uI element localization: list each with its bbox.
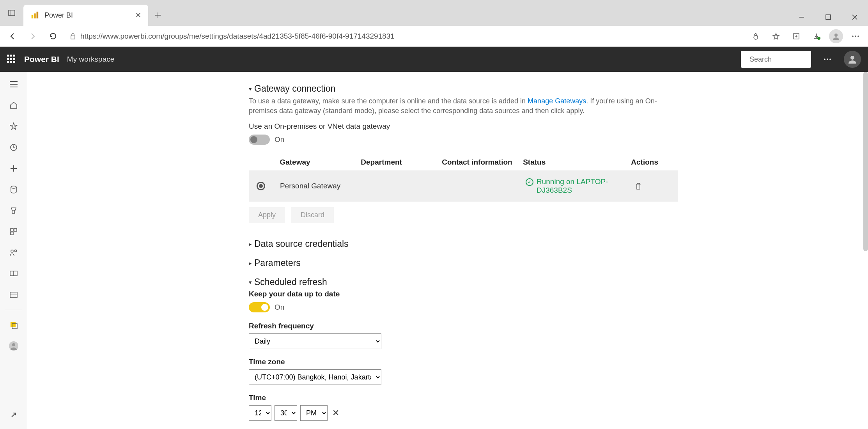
- check-circle-icon: ✓: [526, 178, 533, 186]
- gateway-row[interactable]: Personal Gateway ✓ Running on LAPTOP-DJ3…: [249, 170, 678, 202]
- rail-home-icon[interactable]: [4, 96, 23, 115]
- svg-point-17: [817, 37, 820, 40]
- tab-actions-button[interactable]: [0, 0, 23, 26]
- window-minimize-button[interactable]: [788, 9, 815, 26]
- left-content-pane: [27, 72, 233, 429]
- scrollbar-thumb[interactable]: [863, 72, 868, 251]
- read-aloud-button[interactable]: [748, 28, 763, 44]
- svg-point-26: [829, 58, 831, 60]
- parameters-section-header[interactable]: ▸ Parameters: [249, 258, 852, 268]
- downloads-button[interactable]: [809, 28, 824, 44]
- svg-rect-2: [32, 15, 34, 18]
- col-contact: Contact information: [442, 158, 523, 167]
- timezone-label: Time zone: [249, 358, 852, 366]
- col-gateway: Gateway: [280, 158, 361, 167]
- discard-button[interactable]: Discard: [291, 207, 334, 223]
- svg-point-18: [834, 34, 838, 37]
- new-tab-button[interactable]: [148, 5, 168, 26]
- tab-close-icon[interactable]: ✕: [135, 11, 141, 20]
- gateway-table: Gateway Department Contact information S…: [249, 154, 678, 202]
- svg-point-25: [827, 58, 828, 60]
- gateway-name: Personal Gateway: [280, 182, 362, 190]
- caret-down-icon: ▾: [249, 279, 252, 286]
- datasource-section-header[interactable]: ▸ Data source credentials: [249, 239, 852, 249]
- svg-rect-11: [71, 36, 75, 39]
- nav-back-button[interactable]: [5, 28, 20, 44]
- settings-pane: ▾ Gateway connection To use a data gatew…: [233, 72, 868, 429]
- onprem-toggle-state: On: [275, 135, 284, 144]
- svg-rect-43: [10, 292, 17, 298]
- time-hour-select[interactable]: 12: [249, 405, 271, 421]
- rail-hamburger-icon[interactable]: [4, 75, 23, 94]
- left-nav-rail: [0, 72, 27, 429]
- apply-button[interactable]: Apply: [249, 207, 285, 223]
- time-minute-select[interactable]: 30: [275, 405, 297, 421]
- url-text: https://www.powerbi.com/groups/me/settin…: [80, 32, 395, 41]
- svg-rect-4: [37, 12, 39, 18]
- rail-recent-icon[interactable]: [4, 138, 23, 157]
- browser-address-bar: https://www.powerbi.com/groups/me/settin…: [0, 26, 868, 47]
- svg-rect-35: [11, 229, 13, 231]
- time-ampm-select[interactable]: PM: [300, 405, 328, 421]
- svg-rect-3: [34, 13, 36, 18]
- header-more-button[interactable]: [819, 51, 836, 68]
- rail-account-icon[interactable]: [4, 337, 23, 355]
- refresh-frequency-select[interactable]: Daily: [249, 333, 381, 349]
- svg-point-39: [11, 250, 13, 252]
- caret-right-icon: ▸: [249, 241, 252, 248]
- search-box[interactable]: [741, 51, 811, 68]
- browser-menu-button[interactable]: [848, 28, 863, 44]
- timezone-select[interactable]: (UTC+07:00) Bangkok, Hanoi, Jakarta: [249, 369, 381, 385]
- keep-data-toggle[interactable]: [249, 302, 270, 312]
- rail-my-workspace-icon[interactable]: [4, 316, 23, 334]
- app-launcher-icon[interactable]: [7, 55, 16, 64]
- rail-expand-icon[interactable]: [4, 406, 23, 424]
- rail-learn-icon[interactable]: [4, 264, 23, 283]
- address-field[interactable]: https://www.powerbi.com/groups/me/settin…: [66, 32, 743, 41]
- nav-refresh-button[interactable]: [45, 28, 61, 44]
- window-maximize-button[interactable]: [815, 9, 841, 26]
- gateway-status: ✓ Running on LAPTOP-DJ363B2S: [526, 177, 635, 195]
- gateway-radio[interactable]: [257, 182, 265, 190]
- col-status: Status: [523, 158, 631, 167]
- svg-point-40: [14, 250, 16, 252]
- rail-datasets-icon[interactable]: [4, 180, 23, 199]
- col-department: Department: [361, 158, 442, 167]
- delete-gateway-icon[interactable]: [635, 182, 658, 190]
- workspace-label[interactable]: My workspace: [67, 55, 114, 64]
- rail-apps-icon[interactable]: [4, 222, 23, 241]
- svg-point-27: [850, 56, 854, 60]
- gateway-title: Gateway connection: [254, 83, 335, 94]
- scheduled-refresh-header[interactable]: ▾ Scheduled refresh: [249, 277, 852, 287]
- rail-goals-icon[interactable]: [4, 201, 23, 220]
- browser-tab[interactable]: Power BI ✕: [23, 5, 148, 26]
- svg-rect-45: [11, 322, 16, 327]
- rail-favorites-icon[interactable]: [4, 117, 23, 136]
- rail-shared-icon[interactable]: [4, 243, 23, 262]
- gateway-section-header[interactable]: ▾ Gateway connection: [249, 83, 852, 94]
- manage-gateways-link[interactable]: Manage Gateways: [528, 97, 586, 105]
- window-close-button[interactable]: [841, 9, 868, 26]
- nav-forward-button[interactable]: [25, 28, 41, 44]
- powerbi-favicon-icon: [30, 11, 39, 20]
- svg-point-19: [852, 35, 854, 37]
- user-avatar-button[interactable]: [844, 51, 861, 68]
- caret-down-icon: ▾: [249, 85, 252, 92]
- time-label: Time: [249, 394, 852, 402]
- browser-titlebar: Power BI ✕: [0, 0, 868, 26]
- profile-avatar-button[interactable]: [829, 29, 843, 43]
- svg-rect-8: [826, 15, 831, 20]
- rail-create-icon[interactable]: [4, 159, 23, 178]
- favorites-button[interactable]: [768, 28, 784, 44]
- remove-time-icon[interactable]: ✕: [332, 408, 339, 418]
- onprem-gateway-toggle[interactable]: [249, 135, 270, 145]
- collections-button[interactable]: [788, 28, 804, 44]
- refresh-frequency-label: Refresh frequency: [249, 322, 852, 330]
- gateway-description: To use a data gateway, make sure the com…: [249, 96, 662, 116]
- tab-title: Power BI: [44, 11, 130, 20]
- brand-label: Power BI: [24, 55, 59, 64]
- svg-point-34: [11, 186, 16, 188]
- app-header: Power BI My workspace: [0, 47, 868, 72]
- rail-workspaces-icon[interactable]: [4, 285, 23, 304]
- lock-icon: [69, 33, 76, 40]
